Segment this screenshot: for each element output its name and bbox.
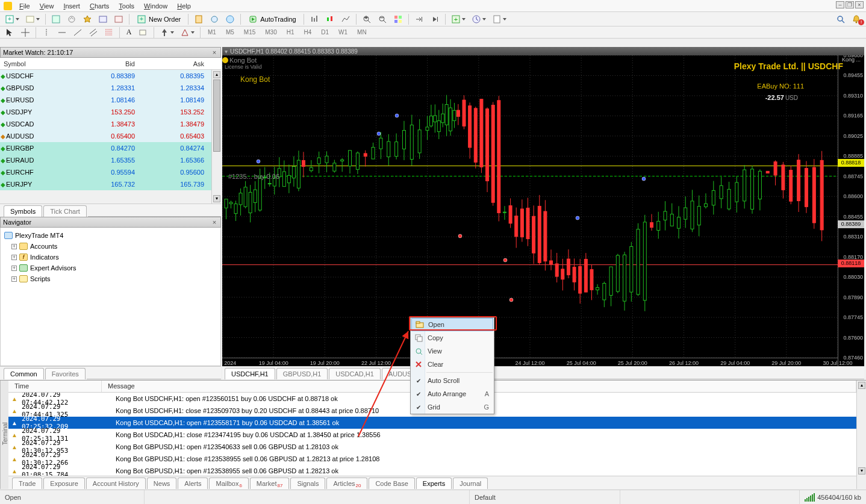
timeframe-mn[interactable]: MN — [353, 26, 371, 39]
ctx-auto-arrange[interactable]: ✔Auto ArrangeA — [411, 387, 494, 400]
marketwatch-toggle[interactable] — [49, 13, 63, 25]
menu-help[interactable]: Help — [172, 1, 196, 11]
scrollbar-down-button[interactable]: ▾ — [213, 195, 220, 202]
market-watch-row[interactable]: ◆EURGBP0.842700.84274 — [0, 142, 211, 154]
ctx-open[interactable]: Open — [411, 318, 493, 331]
dataview-toggle[interactable] — [80, 13, 95, 25]
market-watch-row[interactable]: ◆EURAUD1.653551.65366 — [0, 154, 211, 166]
autoscroll-chart-button[interactable] — [428, 13, 442, 25]
market-watch-row[interactable]: ◆USDJPY153.250153.252 — [0, 106, 211, 118]
periodicity-button[interactable] — [469, 13, 488, 25]
terminal-scrollbar[interactable]: ▴ ▾ — [856, 381, 866, 489]
nav-tab-common[interactable]: Common — [4, 368, 44, 379]
ctx-copy[interactable]: Copy — [411, 331, 494, 344]
terminal-tab[interactable]: News — [147, 478, 177, 489]
zoom-out-button[interactable]: − — [375, 13, 390, 25]
menu-insert[interactable]: Insert — [58, 1, 85, 11]
terminal-tab[interactable]: Experts — [416, 478, 452, 489]
chart-tab-1[interactable]: GBPUSD,H1 — [276, 368, 328, 379]
menu-charts[interactable]: Charts — [85, 1, 114, 11]
timeframe-d1[interactable]: D1 — [317, 26, 333, 39]
cursor-tool[interactable] — [2, 26, 17, 39]
strategy-tester-toggle[interactable] — [111, 13, 126, 25]
terminal-row[interactable]: ▲2024.07.29 07:25:32.209Kong Bot USDCAD,… — [8, 417, 856, 429]
chart-restore-icon[interactable]: ▾ — [225, 48, 228, 55]
market-button[interactable] — [223, 13, 237, 25]
terminal-tab[interactable]: Alerts — [178, 478, 208, 489]
trendline-tool[interactable] — [70, 26, 85, 39]
ctx-view[interactable]: View — [411, 344, 494, 358]
zoom-in-button[interactable]: + — [360, 13, 374, 25]
templates-button[interactable] — [490, 13, 509, 25]
scrollbar-down-button[interactable]: ▾ — [858, 467, 865, 474]
line-chart-button[interactable] — [338, 13, 353, 25]
nav-scripts[interactable]: +Scripts — [4, 273, 217, 284]
marketwatch-scrollbar[interactable]: ▴ ▾ — [211, 70, 221, 204]
text-tool[interactable]: A — [123, 26, 135, 39]
metaeditor-button[interactable] — [192, 13, 206, 25]
terminal-tab[interactable]: Account History — [86, 478, 146, 489]
terminal-row[interactable]: ▲2024.07.29 07:25:31.131Kong Bot USDCAD,… — [8, 429, 856, 441]
new-chart-button[interactable]: + — [2, 13, 22, 25]
crosshair-tool[interactable] — [18, 26, 33, 39]
timeframe-w1[interactable]: W1 — [334, 26, 352, 39]
market-watch-row[interactable]: ◆EURUSD1.081461.08149 — [0, 94, 211, 106]
nav-tab-favorites[interactable]: Favorites — [45, 368, 86, 379]
terminal-tab[interactable]: Articles20 — [326, 478, 367, 489]
label-tool[interactable] — [136, 26, 151, 39]
menu-tools[interactable]: Tools — [114, 1, 139, 11]
expand-icon[interactable]: + — [11, 266, 17, 271]
marketwatch-close-button[interactable]: × — [211, 49, 218, 56]
timeframe-m30[interactable]: M30 — [261, 26, 281, 39]
timeframe-h1[interactable]: H1 — [282, 26, 299, 39]
hline-tool[interactable] — [55, 26, 69, 39]
options-button[interactable] — [207, 13, 222, 25]
nav-indicators[interactable]: +fIndicators — [4, 252, 217, 263]
mw-header-symbol[interactable]: Symbol — [0, 59, 69, 69]
expand-icon[interactable]: + — [11, 244, 17, 249]
chart-canvas[interactable]: #1235... buy 0.06 Kong Bot Kong ... Lice… — [222, 55, 864, 366]
terminal-header-time[interactable]: Time — [8, 381, 102, 392]
terminal-tab[interactable]: Trade — [12, 478, 42, 489]
profiles-button[interactable] — [23, 13, 42, 25]
menu-file[interactable]: File — [14, 1, 35, 11]
terminal-tab[interactable]: Exposure — [43, 478, 84, 489]
chart-tab-0[interactable]: USDCHF,H1 — [225, 368, 275, 379]
mw-header-bid[interactable]: Bid — [69, 59, 139, 69]
terminal-tab[interactable]: Journal — [453, 478, 488, 489]
terminal-toggle[interactable] — [96, 13, 110, 25]
terminal-tab[interactable]: Market87 — [250, 478, 290, 489]
mw-header-ask[interactable]: Ask — [139, 59, 208, 69]
shift-chart-button[interactable] — [412, 13, 426, 25]
nav-root[interactable]: PlexyTrade MT4 — [4, 230, 217, 241]
candle-chart-button[interactable] — [323, 13, 337, 25]
channel-tool[interactable] — [86, 26, 101, 39]
terminal-tab[interactable]: Code Base — [369, 478, 414, 489]
nav-accounts[interactable]: +Accounts — [4, 241, 217, 252]
bar-chart-button[interactable] — [307, 13, 322, 25]
terminal-row[interactable]: ▲2024.07.29 01:08:15.784Kong Bot GBPUSD,… — [8, 465, 856, 476]
terminal-tab[interactable]: Mailbox6 — [209, 478, 248, 489]
mw-tab-tickchart[interactable]: Tick Chart — [43, 205, 87, 217]
market-watch-row[interactable]: ◆GBPUSD1.283311.28334 — [0, 82, 211, 94]
scrollbar-thumb[interactable] — [213, 79, 220, 152]
timeframe-m15[interactable]: M15 — [240, 26, 260, 39]
ctx-auto-scroll[interactable]: ✔Auto Scroll — [411, 374, 494, 387]
new-order-button[interactable]: +New Order — [132, 13, 185, 25]
vline-tool[interactable] — [39, 26, 54, 39]
menu-view[interactable]: View — [35, 1, 59, 11]
market-watch-row[interactable]: ◆EURJPY165.732165.739 — [0, 178, 211, 190]
timeframe-m1[interactable]: M1 — [204, 26, 220, 39]
indicators-menu-button[interactable]: + — [449, 13, 468, 25]
fibo-tool[interactable] — [102, 26, 116, 39]
scrollbar-up-button[interactable]: ▴ — [213, 71, 220, 78]
mw-tab-symbols[interactable]: Symbols — [4, 205, 42, 217]
expand-icon[interactable]: + — [11, 255, 17, 260]
timeframe-h4[interactable]: H4 — [300, 26, 316, 39]
ctx-grid[interactable]: ✔GridG — [411, 400, 494, 414]
terminal-tab[interactable]: Signals — [290, 478, 325, 489]
expand-icon[interactable]: + — [11, 276, 17, 282]
ctx-clear[interactable]: Clear — [411, 358, 494, 371]
minimize-button[interactable]: – — [836, 1, 844, 8]
arrows-tool[interactable] — [157, 26, 176, 39]
